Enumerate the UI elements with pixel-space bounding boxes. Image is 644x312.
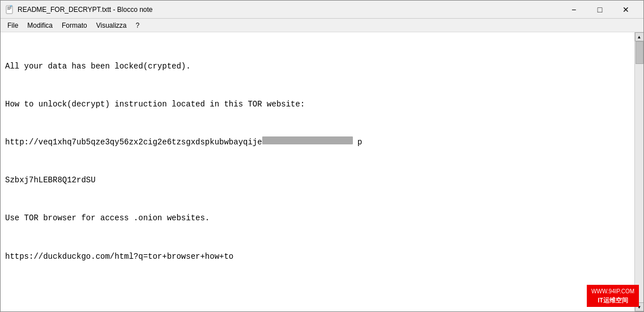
line1-text: All your data has been locked(crypted). [5,60,191,72]
title-bar: README_FOR_DECRYPT.txtt - Blocco note − … [1,1,643,19]
window-controls: − □ ✕ [561,1,639,18]
maximize-button[interactable]: □ [587,1,613,18]
menu-formato[interactable]: Formato [57,20,92,31]
text-line-2: How to unlock(decrypt) instruction locat… [5,98,630,110]
menu-file[interactable]: File [3,20,23,31]
line4-text: Szbxj7hLEBR8Q12rdSU [5,174,96,186]
line3-suffix: p [357,136,362,148]
line6-text: https://duckduckgo.com/html?q=tor+browse… [5,250,233,263]
svg-rect-3 [7,9,10,10]
text-editor[interactable]: All your data has been locked(crypted). … [1,32,634,311]
minimize-button[interactable]: − [561,1,587,18]
scroll-up-arrow[interactable]: ▲ [635,32,644,41]
text-line-4: Szbxj7hLEBR8Q12rdSU [5,174,630,186]
line3-prefix: http://veq1xhq7ub5qze3qy56zx2cig2e6tzsgx… [5,136,262,148]
svg-rect-4 [10,5,12,7]
line5-text: Use TOR browser for access .onion websit… [5,212,210,224]
menu-visualizza[interactable]: Visualizza [92,20,131,31]
watermark: WWW.94IP.COM IT运维空间 [587,285,639,307]
svg-rect-2 [7,8,11,8]
text-line-5: Use TOR browser for access .onion websit… [5,212,630,224]
content-area: All your data has been locked(crypted). … [1,32,643,311]
watermark-text: IT运维空间 [591,296,634,305]
text-line-1: All your data has been locked(crypted). [5,60,630,72]
menu-help[interactable]: ? [131,20,144,31]
line3-blurred-segment [262,136,353,144]
notepad-icon [5,5,14,14]
scroll-track[interactable] [635,41,643,302]
text-line-6: https://duckduckgo.com/html?q=tor+browse… [5,250,630,263]
window-title: README_FOR_DECRYPT.txtt - Blocco note [18,6,561,14]
scroll-thumb[interactable] [636,41,643,64]
watermark-url: WWW.94IP.COM [591,287,634,296]
notepad-window: README_FOR_DECRYPT.txtt - Blocco note − … [0,0,644,312]
menu-modifica[interactable]: Modifica [23,20,57,31]
menu-bar: File Modifica Formato Visualizza ? [1,19,643,32]
text-line-3: http://veq1xhq7ub5qze3qy56zx2cig2e6tzsgx… [5,136,630,148]
scrollbar-vertical[interactable]: ▲ ▼ [634,32,643,311]
line2-text: How to unlock(decrypt) instruction locat… [5,98,305,110]
close-button[interactable]: ✕ [613,1,639,18]
